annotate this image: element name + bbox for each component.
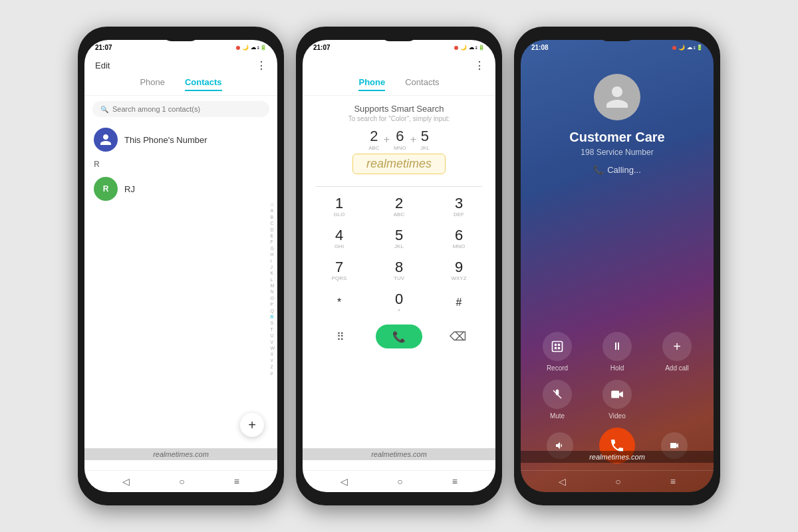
status-dot-3 [672,46,676,50]
watermark-2: realmetimes.com [303,448,495,460]
dial-key-2[interactable]: 2ABC [369,191,429,223]
dial-key-8[interactable]: 8TUV [369,255,429,287]
smart-example: 2 ABC + 6 MNO + 5 JKL [316,128,482,151]
phone-2: 21:07 🌙 ☁ ᵢᵢ 🔋 ⋮ Phone Contacts Supports… [296,27,502,505]
svg-rect-2 [558,344,560,346]
smart-plus-2: + [410,134,416,146]
call-actions: Record ⏸ Hold + Add call Mute Video [521,319,714,428]
dialpad: 1GLO 2ABC 3DEF 4GHI 5JKL 6MNO 7PQRS 8TUV… [303,191,495,319]
svg-rect-0 [553,342,563,352]
dial-key-3[interactable]: 3DEF [429,191,489,223]
call-button[interactable]: 📞 [376,325,422,348]
add-call-icon: + [662,332,692,361]
contact-name-rj: RJ [124,184,135,194]
calling-status-text: Calling... [607,165,641,175]
mute-label: Mute [550,412,565,420]
status-icons-2: 🌙 ☁ ᵢᵢ 🔋 [454,45,485,51]
tab-phone-1[interactable]: Phone [140,77,165,91]
app-header-2: ⋮ [303,54,495,74]
search-bar-1[interactable]: 🔍 [92,101,269,117]
add-contact-fab[interactable]: + [240,413,264,437]
dial-key-6[interactable]: 6MNO [429,223,489,255]
dialpad-toggle[interactable]: ⠿ [327,323,354,350]
phone-3: 21:08 🌙 ☁ ᵢᵢ 🔋 Customer Care 198 Service… [514,27,720,505]
svg-marker-7 [619,391,623,398]
nav-home-3[interactable]: ○ [615,476,620,487]
spacer [521,175,714,319]
contacts-screen: 21:07 🌙 ☁ ᵢᵢ 🔋 Edit ⋮ Phone Contacts 🔍 [84,40,277,492]
smart-plus-1: + [384,134,390,146]
record-action[interactable]: Record [531,332,583,372]
signal-icons-2: 🌙 ☁ ᵢᵢ 🔋 [460,45,485,51]
status-dot-2 [454,46,458,50]
status-icons-1: 🌙 ☁ ᵢᵢ 🔋 [236,45,267,51]
nav-menu-1[interactable]: ≡ [234,476,239,487]
contact-avatar-special [94,128,118,152]
svg-rect-6 [611,390,619,398]
dial-key-1[interactable]: 1GLO [309,191,369,223]
nav-home-1[interactable]: ○ [179,476,184,487]
mute-icon [543,380,572,409]
contact-rj[interactable]: R RJ [84,172,277,206]
nav-back-1[interactable]: ◁ [122,476,130,487]
nav-back-2[interactable]: ◁ [340,476,348,487]
tab-contacts-1[interactable]: Contacts [185,77,222,91]
dial-key-7[interactable]: 7PQRS [309,255,369,287]
search-input-1[interactable] [112,105,261,113]
signal-icons-3: 🌙 ☁ ᵢᵢ 🔋 [678,45,703,51]
dial-key-hash[interactable]: # [429,287,489,319]
caller-number: 198 Service Number [521,148,714,157]
smart-key-2: 2 ABC [368,128,379,151]
caller-avatar-wrap [521,74,714,120]
dial-key-0[interactable]: 0+ [369,287,429,319]
nav-menu-2[interactable]: ≡ [452,476,458,487]
smart-key-6: 6 MNO [394,128,406,151]
dialer-screen: 21:07 🌙 ☁ ᵢᵢ 🔋 ⋮ Phone Contacts Supports… [303,40,495,492]
hold-label: Hold [610,364,624,372]
tab-contacts-2[interactable]: Contacts [405,77,439,91]
dial-bottom-row: ⠿ 📞 ⌫ [303,319,495,356]
edit-button[interactable]: Edit [95,61,110,70]
record-icon [543,332,572,361]
phone-1: 21:07 🌙 ☁ ᵢᵢ 🔋 Edit ⋮ Phone Contacts 🔍 [78,27,284,505]
add-call-action[interactable]: + Add call [651,332,703,372]
smart-subtitle: To search for "Color", simply input: [316,115,482,122]
search-icon-1: 🔍 [100,106,108,113]
nav-back-3[interactable]: ◁ [559,476,566,487]
video-action[interactable]: Video [591,380,643,420]
smart-title: Supports Smart Search [316,104,482,114]
contact-avatar-rj: R [94,177,118,201]
nav-home-2[interactable]: ○ [397,476,402,487]
more-button[interactable]: ⋮ [256,59,267,72]
hold-action[interactable]: ⏸ Hold [591,332,643,372]
delete-button[interactable]: ⌫ [444,323,471,350]
empty-action [651,380,703,420]
status-bar-3: 21:08 🌙 ☁ ᵢᵢ 🔋 [521,40,714,54]
status-bar-2: 21:07 🌙 ☁ ᵢᵢ 🔋 [303,40,495,54]
contact-initials-rj: R [103,184,109,194]
time-3: 21:08 [531,44,549,51]
smart-key-5: 5 JKL [420,128,430,151]
smart-highlight: realmetimes [352,154,446,174]
more-button-2[interactable]: ⋮ [474,59,485,72]
time-1: 21:07 [95,44,112,51]
special-contact[interactable]: This Phone's Number [84,122,277,157]
video-label: Video [608,412,625,420]
svg-rect-3 [555,347,557,349]
mute-action[interactable]: Mute [531,380,583,420]
status-dot-1 [236,46,240,50]
dial-key-4[interactable]: 4GHI [309,223,369,255]
caller-name: Customer Care [521,130,714,145]
time-2: 21:07 [313,44,331,51]
caller-avatar [594,74,640,120]
calling-phone-icon: 📞 [593,165,604,175]
tab-phone-2[interactable]: Phone [358,77,385,91]
hold-icon: ⏸ [602,332,632,361]
status-icons-3: 🌙 ☁ ᵢᵢ 🔋 [672,45,703,51]
nav-menu-3[interactable]: ≡ [670,476,676,487]
dial-key-9[interactable]: 9WXYZ [429,255,489,287]
dial-key-5[interactable]: 5JKL [369,223,429,255]
dial-key-star[interactable]: * [309,287,369,319]
tabs-1: Phone Contacts [84,74,277,96]
nav-bar-3: ◁ ○ ≡ [521,470,714,492]
